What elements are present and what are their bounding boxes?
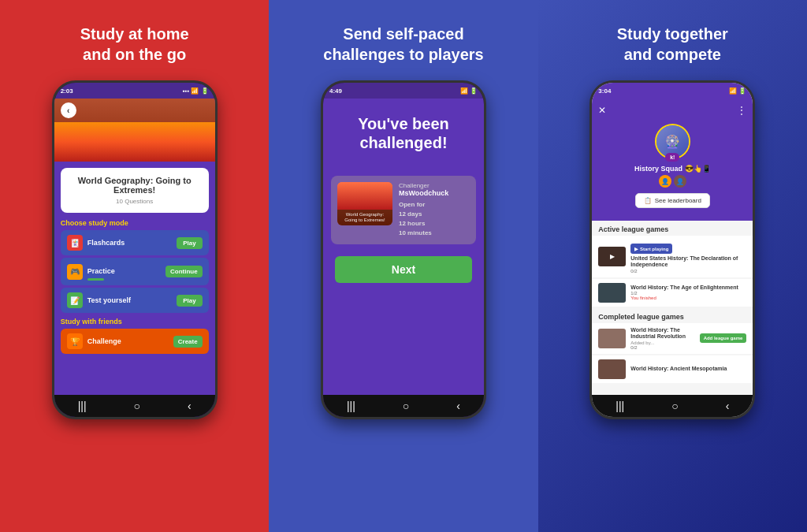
- game-3-title: World History: The Industrial Revolution: [630, 327, 694, 340]
- add-league-btn[interactable]: Add league game: [700, 333, 747, 343]
- challenge-thumb-title: World Geography: Going to Extremes!: [337, 210, 392, 225]
- quiz-title: World Geography: Going to Extremes!: [69, 176, 201, 195]
- nav-bar-2: ||| ○ ‹: [323, 395, 484, 417]
- nav-back: ‹: [188, 400, 192, 412]
- trophy-icon: 🏆: [67, 333, 83, 349]
- panel-3-title: Study together and compete: [617, 24, 728, 65]
- friends-label: Study with friends: [61, 318, 209, 326]
- hero-image: ‹: [54, 99, 215, 162]
- game-2-title: World History: The Age of Enlightenment: [630, 285, 746, 291]
- game-thumb-1: ▶: [598, 247, 626, 266]
- game-4-title: World History: Ancient Mesopotamia: [630, 366, 746, 372]
- header-bar: ‹: [54, 99, 215, 122]
- phone-1: 2:03 ▪▪▪ 📶 🔋 ‹ World Geography: Going to…: [52, 80, 218, 419]
- games-list: Active league games ▶ ▶ Start playing Un…: [592, 221, 753, 385]
- panel-send-challenges: Send self-paced challenges to players 4:…: [269, 0, 537, 532]
- challenge-thumb: World Geography: Going to Extremes!: [337, 182, 392, 225]
- challenge-btn[interactable]: 🏆 Challenge Create: [61, 329, 209, 354]
- phone-2: 4:49 📶 🔋 You've been challenged! World G…: [321, 80, 486, 419]
- active-game-2: World History: The Age of Enlightenment …: [592, 279, 753, 307]
- panel-2-title: Send self-paced challenges to players: [323, 24, 483, 65]
- rank-badge: k!: [665, 153, 679, 162]
- back-button[interactable]: ‹: [61, 102, 76, 118]
- challenger-label: Challenger: [399, 182, 470, 189]
- challenge-info: Challenger MsWoodchuck Open for 12 days …: [399, 182, 470, 238]
- avatar-area: 🎡 k! History Squad 😎👆📱 👤 👤 📋 See leaderb…: [598, 121, 746, 214]
- nav-bar-1: ||| ○ ‹: [54, 395, 215, 417]
- leaderboard-icon: 📋: [644, 197, 652, 204]
- study-mode-label: Choose study mode: [61, 219, 209, 227]
- game-3-badge: 0/2: [630, 345, 694, 350]
- phone-3: 3:04 📶 🔋 ✕ ⋮ 🎡 k! History Squad 😎👆📱: [589, 80, 755, 419]
- practice-icon: 🎮: [67, 264, 83, 280]
- nav-home-3: ○: [671, 400, 678, 412]
- group-header: ✕ ⋮ 🎡 k! History Squad 😎👆📱 👤 👤 📋: [592, 99, 753, 221]
- practice-progress: [87, 278, 104, 281]
- game-info-3: World History: The Industrial Revolution…: [630, 327, 694, 350]
- game-thumb-3: [598, 329, 626, 348]
- leaderboard-btn[interactable]: 📋 See leaderboard: [635, 193, 710, 208]
- status-bar-2: 4:49 📶 🔋: [323, 83, 484, 99]
- game-info-2: World History: The Age of Enlightenment …: [630, 285, 746, 300]
- game-info-4: World History: Ancient Mesopotamia: [630, 366, 746, 372]
- challenge-card: World Geography: Going to Extremes! Chal…: [331, 176, 476, 244]
- member-avatars: 👤 👤: [659, 175, 686, 188]
- quiz-sub: 10 Questions: [69, 198, 201, 205]
- nav-home: ○: [134, 400, 140, 412]
- flashcards-btn[interactable]: 🃏 Flashcards Play: [61, 230, 209, 255]
- more-btn[interactable]: ⋮: [737, 105, 746, 116]
- game-thumb-4: [598, 359, 626, 379]
- practice-btn[interactable]: 🎮 Practice Continue: [61, 258, 209, 285]
- challenged-title: You've been challenged!: [335, 114, 472, 152]
- nav-home-2: ○: [403, 400, 409, 412]
- flashcards-icon: 🃏: [67, 235, 83, 251]
- member-1: 👤: [659, 175, 671, 188]
- practice-continue-btn[interactable]: Continue: [165, 266, 203, 277]
- completed-label: Completed league games: [592, 308, 753, 323]
- test-icon: 📝: [67, 292, 83, 308]
- nav-bar-3: ||| ○ ‹: [592, 395, 753, 417]
- quiz-card: World Geography: Going to Extremes! 10 Q…: [61, 168, 209, 213]
- create-btn[interactable]: Create: [173, 336, 203, 348]
- nav-lines-2: |||: [347, 400, 355, 412]
- game-thumb-2: [598, 283, 626, 303]
- challenger-name: MsWoodchuck: [399, 189, 470, 197]
- active-game-1: ▶ ▶ Start playing United States History:…: [592, 236, 753, 277]
- test-yourself-btn[interactable]: 📝 Test yourself Play: [61, 288, 209, 313]
- nav-lines-3: |||: [615, 400, 624, 412]
- panel-study-home: Study at home and on the go 2:03 ▪▪▪ 📶 🔋…: [0, 0, 269, 532]
- test-play-btn[interactable]: Play: [177, 295, 202, 307]
- panel-study-together: Study together and compete 3:04 📶 🔋 ✕ ⋮ …: [538, 0, 807, 532]
- finished-label: You finished: [630, 296, 746, 300]
- close-btn[interactable]: ✕: [598, 105, 606, 116]
- active-label: Active league games: [592, 221, 753, 236]
- challenge-title-area: You've been challenged!: [323, 99, 484, 176]
- panel-1-title: Study at home and on the go: [80, 24, 189, 65]
- nav-lines: |||: [78, 400, 87, 412]
- status-bar-3: 3:04 📶 🔋: [592, 83, 753, 99]
- nav-back-3: ‹: [726, 400, 730, 412]
- completed-game-1: World History: The Industrial Revolution…: [592, 323, 753, 354]
- open-for-text: Open for 12 days 12 hours 10 minutes: [399, 200, 470, 238]
- status-bar-1: 2:03 ▪▪▪ 📶 🔋: [54, 83, 215, 99]
- game-1-title: United States History: The Declaration o…: [630, 255, 746, 269]
- flashcards-play-btn[interactable]: Play: [177, 237, 202, 249]
- group-name: History Squad 😎👆📱: [634, 165, 711, 173]
- game-1-badge: 0/2: [630, 269, 746, 273]
- next-button[interactable]: Next: [335, 256, 472, 283]
- start-playing-btn[interactable]: ▶ Start playing: [630, 244, 672, 254]
- nav-back-2: ‹: [456, 400, 460, 412]
- game-info-1: ▶ Start playing United States History: T…: [630, 240, 746, 273]
- completed-game-2: World History: Ancient Mesopotamia: [592, 355, 753, 383]
- member-2: 👤: [674, 175, 686, 188]
